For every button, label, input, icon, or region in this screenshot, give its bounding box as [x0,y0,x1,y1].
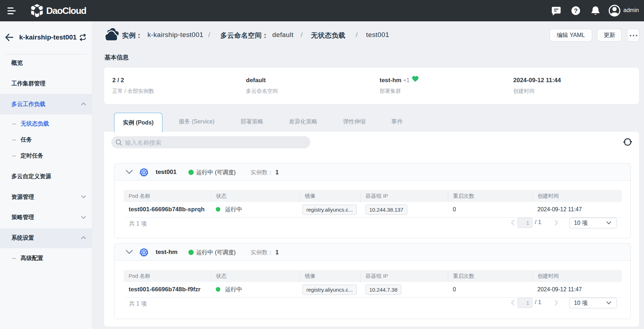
svg-text:?: ? [574,7,578,14]
